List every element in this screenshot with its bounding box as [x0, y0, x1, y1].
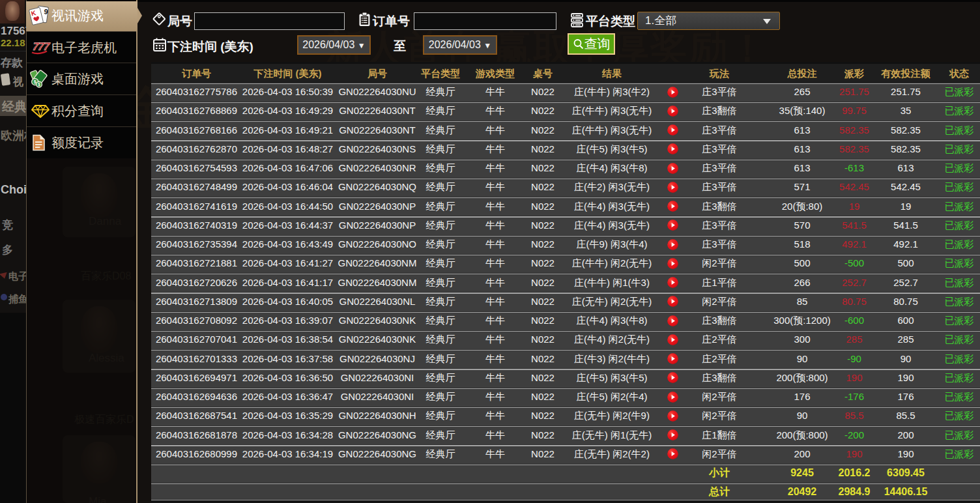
svg-text:777: 777: [31, 40, 51, 53]
svg-text:$: $: [38, 82, 40, 87]
